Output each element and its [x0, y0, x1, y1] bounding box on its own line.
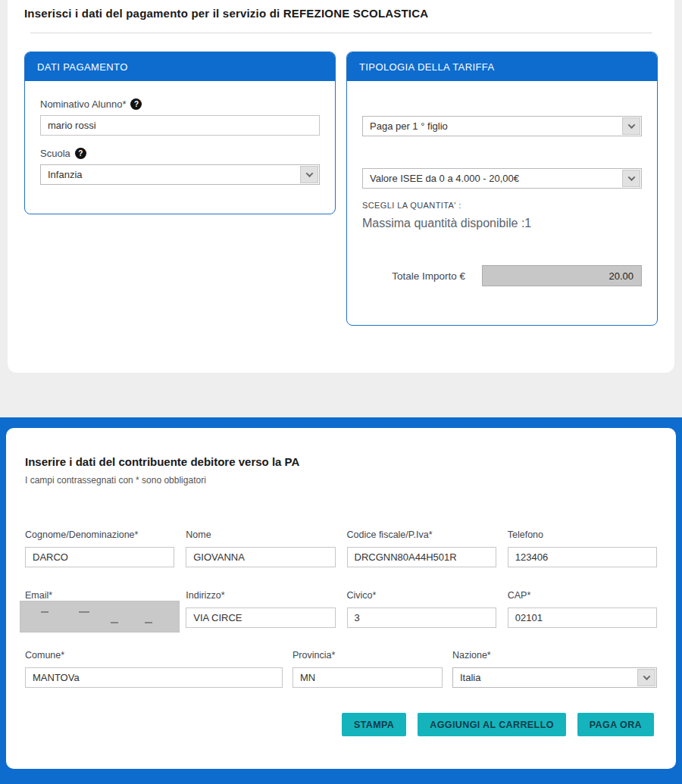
civico-input[interactable] — [347, 608, 496, 628]
field-indirizzo: Indirizzo* — [186, 590, 335, 628]
isee-select-value: Valore ISEE da 0 a 4.000 - 20,00€ — [363, 169, 621, 188]
cognome-input[interactable] — [25, 547, 174, 567]
debtor-form-row1: Cognome/Denominazione* Nome Codice fisca… — [19, 529, 663, 567]
dati-pagamento-panel: DATI PAGAMENTO Nominativo Alunno* ? Scuo… — [24, 52, 336, 214]
field-comune: Comune* — [25, 650, 283, 688]
field-nome: Nome — [186, 529, 335, 567]
codice-fiscale-label: Codice fiscale/P.Iva* — [347, 529, 496, 540]
field-nazione: Nazione* Italia — [452, 650, 657, 688]
cognome-label: Cognome/Denominazione* — [25, 529, 174, 540]
field-codice-fiscale: Codice fiscale/P.Iva* — [347, 529, 496, 567]
action-buttons-row: STAMPA AGGIUNGI AL CARRELLO PAGA ORA — [19, 713, 654, 736]
panels-container: DATI PAGAMENTO Nominativo Alunno* ? Scuo… — [24, 52, 658, 326]
help-icon[interactable]: ? — [130, 98, 142, 110]
total-row: Totale Importo € 20.00 — [362, 265, 642, 286]
civico-label: Civico* — [347, 590, 496, 601]
field-telefono: Telefono — [508, 529, 657, 567]
chevron-down-icon — [300, 166, 318, 183]
help-icon[interactable]: ? — [75, 148, 86, 159]
debtor-section-band: Inserire i dati del contribuente debitor… — [0, 417, 682, 784]
scuola-label-row: Scuola ? — [40, 148, 320, 159]
dati-pagamento-body: Nominativo Alunno* ? Scuola ? Infanzia — [25, 81, 335, 185]
payment-service-card: Inserisci i dati del pagamento per il se… — [8, 0, 674, 373]
chevron-down-icon — [637, 669, 655, 686]
nazione-select-value: Italia — [453, 668, 637, 687]
debtor-heading: Inserire i dati del contribuente debitor… — [25, 455, 663, 468]
email-field-wrap — [25, 608, 174, 628]
field-civico: Civico* — [347, 590, 496, 628]
quantity-caption: SCEGLI LA QUANTITA' : — [362, 201, 642, 210]
nome-input[interactable] — [186, 547, 335, 567]
max-quantity-text: Massima quantità disponibile :1 — [362, 217, 642, 230]
tipologia-tariffa-panel: TIPOLOGIA DELLA TARIFFA Paga per 1 ° fig… — [346, 52, 658, 326]
debtor-subheading: I campi contrassegnati con * sono obblig… — [25, 475, 663, 486]
cap-label: CAP* — [508, 590, 657, 601]
nazione-select[interactable]: Italia — [452, 667, 657, 688]
debtor-card: Inserire i dati del contribuente debitor… — [6, 428, 676, 769]
comune-input[interactable] — [25, 667, 283, 688]
nazione-label: Nazione* — [452, 650, 657, 661]
isee-select[interactable]: Valore ISEE da 0 a 4.000 - 20,00€ — [362, 168, 642, 189]
scuola-label: Scuola — [40, 148, 70, 159]
scuola-select-value: Infanzia — [41, 165, 299, 184]
paga-ora-button[interactable]: PAGA ORA — [577, 713, 654, 736]
telefono-label: Telefono — [508, 529, 657, 540]
provincia-input[interactable] — [293, 667, 443, 688]
nominativo-label: Nominativo Alunno* — [40, 98, 126, 110]
total-importo-value: 20.00 — [482, 265, 642, 286]
figlio-select-value: Paga per 1 ° figlio — [363, 117, 621, 136]
scuola-select[interactable]: Infanzia — [40, 164, 320, 185]
dati-pagamento-header: DATI PAGAMENTO — [25, 52, 335, 81]
provincia-label: Provincia* — [293, 650, 443, 661]
field-provincia: Provincia* — [293, 650, 443, 688]
nominativo-alunno-input[interactable] — [40, 115, 320, 136]
indirizzo-label: Indirizzo* — [186, 590, 335, 601]
debtor-form-row2: Email* Indirizzo* Civico* CAP* — [19, 590, 663, 628]
field-email: Email* — [25, 590, 174, 628]
nome-label: Nome — [186, 529, 335, 540]
tipologia-tariffa-header: TIPOLOGIA DELLA TARIFFA — [347, 52, 657, 81]
cap-input[interactable] — [508, 608, 657, 628]
telefono-input[interactable] — [508, 547, 657, 567]
field-cap: CAP* — [508, 590, 657, 628]
page-title: Inserisci i dati del pagamento per il se… — [24, 0, 658, 20]
figlio-select[interactable]: Paga per 1 ° figlio — [362, 116, 642, 136]
email-label: Email* — [25, 590, 174, 601]
indirizzo-input[interactable] — [186, 608, 335, 628]
chevron-down-icon — [622, 117, 640, 135]
email-redaction-overlay — [20, 601, 180, 633]
debtor-form-row3: Comune* Provincia* Nazione* Italia — [19, 650, 663, 688]
total-importo-label: Totale Importo € — [392, 270, 465, 282]
chevron-down-icon — [622, 170, 640, 187]
field-cognome: Cognome/Denominazione* — [25, 529, 174, 567]
stampa-button[interactable]: STAMPA — [342, 713, 406, 736]
aggiungi-al-carrello-button[interactable]: AGGIUNGI AL CARRELLO — [418, 713, 566, 736]
comune-label: Comune* — [25, 650, 283, 661]
nominativo-label-row: Nominativo Alunno* ? — [40, 98, 320, 110]
divider — [30, 33, 652, 33]
tipologia-tariffa-body: Paga per 1 ° figlio Valore ISEE da 0 a 4… — [347, 81, 657, 286]
codice-fiscale-input[interactable] — [347, 547, 496, 567]
